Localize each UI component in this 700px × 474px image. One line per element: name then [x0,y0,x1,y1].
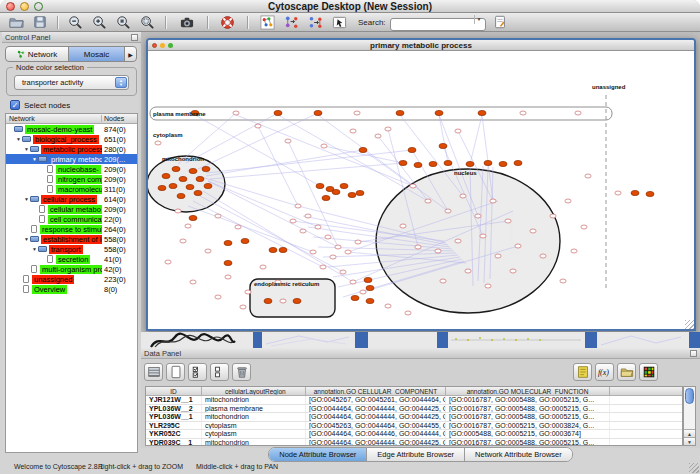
network-node-small[interactable] [455,129,461,133]
help-icon[interactable] [219,14,236,31]
delete-attribute-icon[interactable] [232,363,251,381]
select-nodes-checkbox[interactable]: ✓ [10,100,20,110]
window-resize-grip[interactable] [685,320,694,329]
network-node-small[interactable] [321,144,327,148]
network-node-small[interactable] [585,174,591,178]
title-bar[interactable]: Cytoscape Desktop (New Session) [0,0,700,13]
tree-row[interactable]: cell communicat22(0) [6,214,137,224]
network-edge[interactable] [278,115,428,201]
formula-icon[interactable]: f(x) [595,363,614,381]
tab-network[interactable]: Network [5,46,69,62]
tree-row[interactable]: response to stimul264(0) [6,224,137,234]
tab-mosaic[interactable]: Mosaic [68,46,125,62]
network-node-small[interactable] [565,199,571,203]
network-node[interactable] [279,247,287,252]
network-node[interactable] [332,189,340,194]
network-node-small[interactable] [233,111,239,115]
network-node[interactable] [478,110,486,115]
network-node[interactable] [274,110,282,115]
network-node[interactable] [269,247,277,252]
network-node[interactable] [484,160,492,165]
network-node[interactable] [366,298,374,303]
network-node-small[interactable] [215,214,221,218]
network-node[interactable] [366,285,374,290]
network-node[interactable] [340,183,348,188]
network-node[interactable] [322,195,330,200]
network-node[interactable] [162,173,170,178]
network-edge[interactable] [439,115,448,163]
tab-node-attribute-browser[interactable]: Node Attribute Browser [269,448,367,461]
network-node-small[interactable] [320,265,326,269]
network-node-small[interactable] [245,290,251,294]
network-node-small[interactable] [540,254,546,258]
table-cell[interactable]: YLR295C [146,422,202,430]
import-network-icon[interactable] [283,14,300,31]
network-node[interactable] [466,161,474,166]
notes-icon[interactable] [573,363,592,381]
column-header[interactable]: _cellularLayoutRegion [202,387,306,395]
tree-row[interactable]: ▼metabolic process280(0) [6,144,137,154]
network-edge[interactable] [236,115,413,186]
network-node-small[interactable] [490,199,496,203]
network-node[interactable] [196,176,204,181]
network-node-small[interactable] [355,240,361,244]
import-attributes-icon[interactable] [617,363,636,381]
snapshot-icon[interactable] [178,14,195,31]
dropdown-stepper-icon[interactable]: ▲▼ [115,77,127,88]
network-node-small[interactable] [330,255,336,259]
network-node-small[interactable] [180,239,186,243]
network-node[interactable] [631,190,639,195]
network-node[interactable] [435,110,443,115]
network-node[interactable] [293,298,301,303]
tree-row[interactable]: ▼transport558(0) [6,244,137,254]
table-scrollbar[interactable]: ▲ ▼ [683,386,696,446]
network-edge[interactable] [193,201,323,267]
new-attribute-icon[interactable] [166,363,185,381]
table-row[interactable]: YPL036W__1mitochondrion[GO:0044464, GO:0… [146,413,682,422]
network-node[interactable] [179,176,187,181]
app-resize-grip[interactable] [689,463,699,473]
annotation-icon[interactable] [331,14,348,31]
tree-expand-icon[interactable]: ▼ [15,136,22,142]
table-cell[interactable]: [GO:0045267, GO:0045261, GO:0044464, G..… [306,396,446,404]
network-edge[interactable] [470,115,482,164]
background-windows-strip[interactable] [141,332,700,348]
network-node-small[interactable] [225,275,231,279]
network-node-small[interactable] [205,249,211,253]
network-node[interactable] [194,190,202,195]
table-cell[interactable]: YJR121W__1 [146,396,202,404]
table-row[interactable]: YJR121W__1mitochondrion[GO:0045267, GO:0… [146,396,682,405]
table-cell[interactable]: YPL036W__2 [146,405,202,413]
network-node-small[interactable] [410,184,416,188]
table-cell[interactable]: mitochondrion [202,396,306,404]
network-node[interactable] [158,185,166,190]
network-node-small[interactable] [190,280,196,284]
table-cell[interactable]: [GO:0016787, GO:0005488, GO:0005215, G..… [446,413,610,421]
network-node[interactable] [202,166,210,171]
network-node[interactable] [646,191,654,196]
network-node[interactable] [241,238,249,243]
import-table-icon[interactable] [307,14,324,31]
network-node-small[interactable] [235,225,241,229]
tree-expand-icon[interactable]: ▼ [23,236,30,242]
network-node-small[interactable] [455,239,461,243]
network-node-small[interactable] [285,139,291,143]
column-header[interactable]: annotation.GO CELLULAR_COMPONENT [306,387,446,395]
save-icon[interactable] [31,14,48,31]
tree-row[interactable]: ▼establishment of lo558(0) [6,234,137,244]
scrollbar-thumb[interactable] [685,388,694,404]
network-node-small[interactable] [385,127,391,131]
network-node-small[interactable] [305,214,311,218]
tree-column-network[interactable]: Network [6,115,101,122]
table-cell[interactable]: [GO:0044464, GO:0044446, GO:0044444, G..… [306,430,446,438]
network-node[interactable] [172,166,180,171]
node-color-dropdown[interactable]: transporter activity ▲▼ [14,75,129,90]
column-header[interactable]: ID [146,387,202,395]
tree-row[interactable]: multi-organism pro42(0) [6,264,137,274]
network-node[interactable] [189,215,197,220]
network-node-small[interactable] [575,111,581,115]
tree-expand-icon[interactable]: ▼ [23,146,30,152]
network-node[interactable] [316,183,324,188]
network-node[interactable] [177,193,185,198]
table-cell[interactable]: [GO:0044464, GO:0044444, GO:0044425, G..… [306,413,446,421]
